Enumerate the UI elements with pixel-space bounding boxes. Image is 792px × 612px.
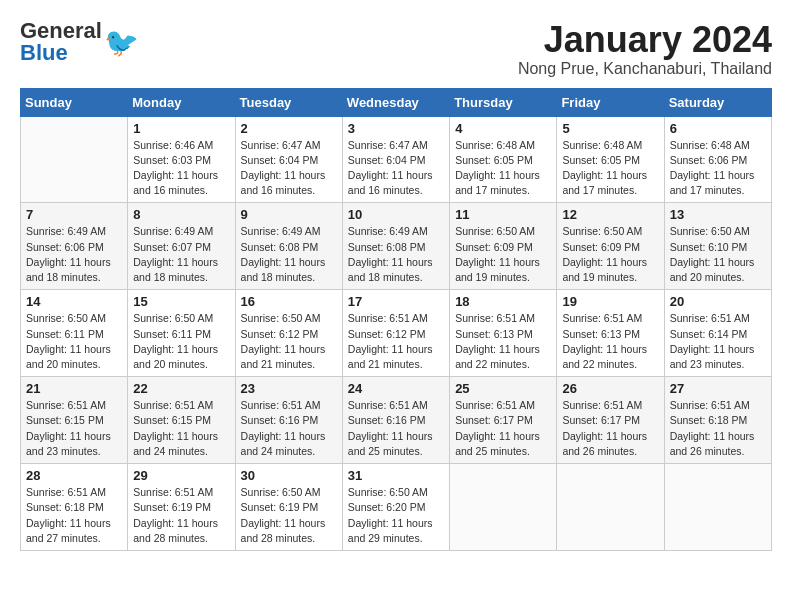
calendar-cell: 6Sunrise: 6:48 AM Sunset: 6:06 PM Daylig… (664, 116, 771, 203)
calendar-cell: 13Sunrise: 6:50 AM Sunset: 6:10 PM Dayli… (664, 203, 771, 290)
day-info: Sunrise: 6:50 AM Sunset: 6:10 PM Dayligh… (670, 224, 766, 285)
day-number: 11 (455, 207, 551, 222)
calendar-cell: 3Sunrise: 6:47 AM Sunset: 6:04 PM Daylig… (342, 116, 449, 203)
day-number: 4 (455, 121, 551, 136)
calendar-cell: 22Sunrise: 6:51 AM Sunset: 6:15 PM Dayli… (128, 377, 235, 464)
day-info: Sunrise: 6:50 AM Sunset: 6:09 PM Dayligh… (455, 224, 551, 285)
calendar-cell: 4Sunrise: 6:48 AM Sunset: 6:05 PM Daylig… (450, 116, 557, 203)
day-info: Sunrise: 6:51 AM Sunset: 6:17 PM Dayligh… (455, 398, 551, 459)
day-number: 13 (670, 207, 766, 222)
day-info: Sunrise: 6:51 AM Sunset: 6:19 PM Dayligh… (133, 485, 229, 546)
day-info: Sunrise: 6:50 AM Sunset: 6:19 PM Dayligh… (241, 485, 337, 546)
day-info: Sunrise: 6:47 AM Sunset: 6:04 PM Dayligh… (348, 138, 444, 199)
day-info: Sunrise: 6:49 AM Sunset: 6:08 PM Dayligh… (241, 224, 337, 285)
day-info: Sunrise: 6:48 AM Sunset: 6:06 PM Dayligh… (670, 138, 766, 199)
day-number: 30 (241, 468, 337, 483)
day-info: Sunrise: 6:51 AM Sunset: 6:16 PM Dayligh… (241, 398, 337, 459)
title-block: January 2024 Nong Prue, Kanchanaburi, Th… (518, 20, 772, 78)
calendar-cell: 9Sunrise: 6:49 AM Sunset: 6:08 PM Daylig… (235, 203, 342, 290)
calendar-week-row: 21Sunrise: 6:51 AM Sunset: 6:15 PM Dayli… (21, 377, 772, 464)
day-number: 6 (670, 121, 766, 136)
calendar-cell: 17Sunrise: 6:51 AM Sunset: 6:12 PM Dayli… (342, 290, 449, 377)
day-info: Sunrise: 6:48 AM Sunset: 6:05 PM Dayligh… (455, 138, 551, 199)
calendar-cell (21, 116, 128, 203)
day-number: 26 (562, 381, 658, 396)
calendar-cell: 20Sunrise: 6:51 AM Sunset: 6:14 PM Dayli… (664, 290, 771, 377)
calendar-cell: 2Sunrise: 6:47 AM Sunset: 6:04 PM Daylig… (235, 116, 342, 203)
day-number: 29 (133, 468, 229, 483)
calendar-cell: 25Sunrise: 6:51 AM Sunset: 6:17 PM Dayli… (450, 377, 557, 464)
day-number: 17 (348, 294, 444, 309)
calendar-cell (450, 464, 557, 551)
day-number: 14 (26, 294, 122, 309)
calendar-header-monday: Monday (128, 88, 235, 116)
calendar-cell: 29Sunrise: 6:51 AM Sunset: 6:19 PM Dayli… (128, 464, 235, 551)
calendar-cell: 11Sunrise: 6:50 AM Sunset: 6:09 PM Dayli… (450, 203, 557, 290)
day-number: 21 (26, 381, 122, 396)
calendar-cell: 31Sunrise: 6:50 AM Sunset: 6:20 PM Dayli… (342, 464, 449, 551)
day-info: Sunrise: 6:46 AM Sunset: 6:03 PM Dayligh… (133, 138, 229, 199)
day-info: Sunrise: 6:51 AM Sunset: 6:15 PM Dayligh… (26, 398, 122, 459)
day-info: Sunrise: 6:51 AM Sunset: 6:16 PM Dayligh… (348, 398, 444, 459)
page-header: General Blue 🐦 January 2024 Nong Prue, K… (20, 20, 772, 78)
day-number: 1 (133, 121, 229, 136)
day-number: 31 (348, 468, 444, 483)
day-info: Sunrise: 6:49 AM Sunset: 6:07 PM Dayligh… (133, 224, 229, 285)
day-info: Sunrise: 6:50 AM Sunset: 6:11 PM Dayligh… (26, 311, 122, 372)
calendar-cell: 16Sunrise: 6:50 AM Sunset: 6:12 PM Dayli… (235, 290, 342, 377)
calendar-week-row: 14Sunrise: 6:50 AM Sunset: 6:11 PM Dayli… (21, 290, 772, 377)
calendar-cell: 26Sunrise: 6:51 AM Sunset: 6:17 PM Dayli… (557, 377, 664, 464)
day-info: Sunrise: 6:51 AM Sunset: 6:12 PM Dayligh… (348, 311, 444, 372)
calendar-table: SundayMondayTuesdayWednesdayThursdayFrid… (20, 88, 772, 551)
day-info: Sunrise: 6:51 AM Sunset: 6:13 PM Dayligh… (455, 311, 551, 372)
calendar-cell: 15Sunrise: 6:50 AM Sunset: 6:11 PM Dayli… (128, 290, 235, 377)
day-info: Sunrise: 6:48 AM Sunset: 6:05 PM Dayligh… (562, 138, 658, 199)
calendar-cell: 24Sunrise: 6:51 AM Sunset: 6:16 PM Dayli… (342, 377, 449, 464)
day-number: 3 (348, 121, 444, 136)
day-info: Sunrise: 6:51 AM Sunset: 6:13 PM Dayligh… (562, 311, 658, 372)
day-number: 15 (133, 294, 229, 309)
logo-bird-icon: 🐦 (104, 26, 139, 59)
calendar-cell: 10Sunrise: 6:49 AM Sunset: 6:08 PM Dayli… (342, 203, 449, 290)
day-info: Sunrise: 6:50 AM Sunset: 6:20 PM Dayligh… (348, 485, 444, 546)
day-info: Sunrise: 6:51 AM Sunset: 6:14 PM Dayligh… (670, 311, 766, 372)
day-number: 27 (670, 381, 766, 396)
calendar-cell: 21Sunrise: 6:51 AM Sunset: 6:15 PM Dayli… (21, 377, 128, 464)
calendar-week-row: 1Sunrise: 6:46 AM Sunset: 6:03 PM Daylig… (21, 116, 772, 203)
logo: General Blue 🐦 (20, 20, 139, 64)
calendar-cell: 8Sunrise: 6:49 AM Sunset: 6:07 PM Daylig… (128, 203, 235, 290)
calendar-cell: 7Sunrise: 6:49 AM Sunset: 6:06 PM Daylig… (21, 203, 128, 290)
calendar-header-saturday: Saturday (664, 88, 771, 116)
calendar-cell: 12Sunrise: 6:50 AM Sunset: 6:09 PM Dayli… (557, 203, 664, 290)
calendar-cell: 18Sunrise: 6:51 AM Sunset: 6:13 PM Dayli… (450, 290, 557, 377)
calendar-cell: 19Sunrise: 6:51 AM Sunset: 6:13 PM Dayli… (557, 290, 664, 377)
calendar-header-row: SundayMondayTuesdayWednesdayThursdayFrid… (21, 88, 772, 116)
main-title: January 2024 (518, 20, 772, 60)
day-number: 19 (562, 294, 658, 309)
day-number: 20 (670, 294, 766, 309)
calendar-cell: 23Sunrise: 6:51 AM Sunset: 6:16 PM Dayli… (235, 377, 342, 464)
day-info: Sunrise: 6:51 AM Sunset: 6:18 PM Dayligh… (670, 398, 766, 459)
day-info: Sunrise: 6:50 AM Sunset: 6:09 PM Dayligh… (562, 224, 658, 285)
calendar-cell: 30Sunrise: 6:50 AM Sunset: 6:19 PM Dayli… (235, 464, 342, 551)
calendar-cell (664, 464, 771, 551)
day-number: 24 (348, 381, 444, 396)
day-info: Sunrise: 6:49 AM Sunset: 6:06 PM Dayligh… (26, 224, 122, 285)
calendar-header-friday: Friday (557, 88, 664, 116)
calendar-cell: 14Sunrise: 6:50 AM Sunset: 6:11 PM Dayli… (21, 290, 128, 377)
calendar-week-row: 7Sunrise: 6:49 AM Sunset: 6:06 PM Daylig… (21, 203, 772, 290)
day-number: 12 (562, 207, 658, 222)
day-number: 16 (241, 294, 337, 309)
day-number: 7 (26, 207, 122, 222)
day-number: 18 (455, 294, 551, 309)
calendar-cell: 27Sunrise: 6:51 AM Sunset: 6:18 PM Dayli… (664, 377, 771, 464)
day-info: Sunrise: 6:51 AM Sunset: 6:18 PM Dayligh… (26, 485, 122, 546)
day-number: 28 (26, 468, 122, 483)
day-number: 22 (133, 381, 229, 396)
calendar-week-row: 28Sunrise: 6:51 AM Sunset: 6:18 PM Dayli… (21, 464, 772, 551)
day-number: 9 (241, 207, 337, 222)
logo-blue-text: Blue (20, 40, 68, 65)
calendar-body: 1Sunrise: 6:46 AM Sunset: 6:03 PM Daylig… (21, 116, 772, 550)
calendar-header-tuesday: Tuesday (235, 88, 342, 116)
day-number: 2 (241, 121, 337, 136)
